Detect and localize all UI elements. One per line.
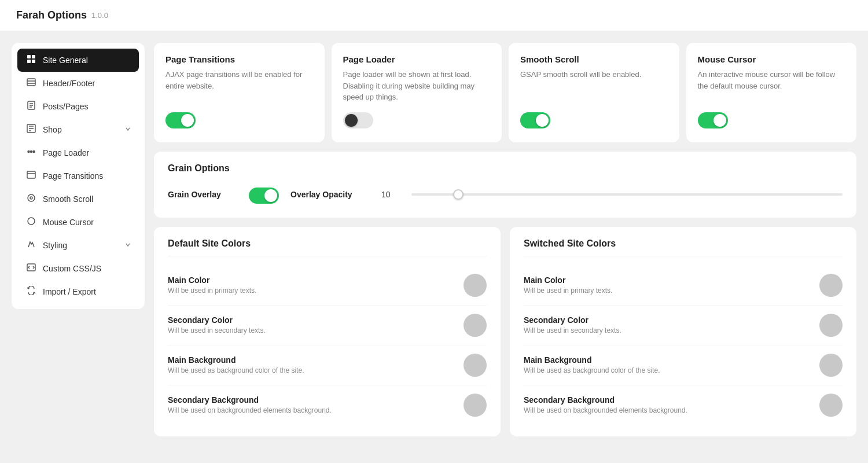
color-swatch[interactable]	[464, 274, 487, 297]
toggle-thumb-page-loader	[345, 114, 358, 127]
sidebar-label-header-footer: Header/Footer	[43, 79, 95, 88]
overlay-opacity-label: Overlay Opacity	[290, 190, 352, 199]
svg-rect-3	[32, 60, 35, 63]
sidebar-item-posts-pages[interactable]: Posts/Pages	[17, 95, 139, 118]
grain-overlay-toggle-control[interactable]	[249, 188, 279, 204]
sidebar-label-page-transitions: Page Transitions	[43, 171, 103, 181]
color-row: Main ColorWill be used in primary texts.	[168, 266, 487, 306]
svg-rect-4	[27, 79, 35, 86]
card-smooth-scroll: Smooth ScrollGSAP smooth scroll will be …	[509, 43, 679, 142]
sidebar-icon-site-general	[25, 54, 37, 66]
color-swatch[interactable]	[464, 354, 487, 377]
sidebar-icon-import-export	[25, 286, 37, 297]
card-mouse-cursor: Mouse CursorAn interactive mouse cursor …	[686, 43, 857, 142]
grain-section-title: Grain Options	[168, 163, 843, 174]
opacity-slider[interactable]	[411, 193, 843, 196]
toggle-control-mouse-cursor[interactable]	[698, 112, 728, 128]
color-desc: Will be used in secondary texts.	[168, 326, 266, 335]
overlay-opacity-value: 10	[373, 190, 391, 199]
svg-point-17	[28, 151, 30, 153]
sidebar-icon-mouse-cursor	[25, 216, 37, 228]
grain-overlay-toggle[interactable]	[249, 188, 279, 206]
sidebar-item-page-transitions[interactable]: Page Transitions	[17, 164, 139, 188]
color-name: Secondary Color	[524, 315, 621, 325]
top-cards: Page TransitionsAJAX page transitions wi…	[154, 43, 856, 142]
default-colors-section: Default Site Colors Main ColorWill be us…	[154, 227, 501, 436]
sidebar-label-shop: Shop	[43, 125, 62, 134]
color-info: Secondary ColorWill be used in secondary…	[168, 315, 266, 335]
colors-row: Default Site Colors Main ColorWill be us…	[154, 227, 856, 436]
sidebar-item-import-export[interactable]: Import / Export	[17, 280, 139, 303]
svg-rect-0	[27, 55, 31, 58]
toggle-control-page-transitions[interactable]	[165, 112, 196, 128]
sidebar-item-custom-css-js[interactable]: Custom CSS/JS	[17, 257, 139, 280]
color-info: Main ColorWill be used in primary texts.	[524, 275, 612, 295]
color-desc: Will be used in primary texts.	[168, 286, 256, 295]
card-title-smooth-scroll: Smooth Scroll	[520, 54, 668, 64]
toggle-thumb-smooth-scroll	[536, 114, 549, 127]
chevron-down-icon	[125, 126, 131, 134]
sidebar-item-mouse-cursor[interactable]: Mouse Cursor	[17, 211, 139, 234]
app-header: Farah Options 1.0.0	[0, 0, 868, 31]
sidebar-label-mouse-cursor: Mouse Cursor	[43, 218, 94, 227]
color-desc: Will be used on backgrounded elements ba…	[524, 406, 687, 414]
sidebar-item-smooth-scroll[interactable]: Smooth Scroll	[17, 188, 139, 211]
color-name: Secondary Background	[524, 395, 687, 405]
color-desc: Will be used in secondary texts.	[524, 326, 621, 335]
svg-point-21	[30, 197, 32, 199]
color-info: Secondary ColorWill be used in secondary…	[524, 315, 621, 335]
app-version: 1.0.0	[91, 11, 108, 20]
sidebar-icon-smooth-scroll	[25, 193, 37, 205]
color-swatch[interactable]	[819, 274, 843, 297]
card-toggle-page-transitions[interactable]	[165, 112, 313, 131]
grain-options-section: Grain Options Grain Overlay Overlay Opac…	[154, 152, 856, 218]
switched-colors-list: Main ColorWill be used in primary texts.…	[524, 266, 843, 425]
sidebar-item-shop[interactable]: Shop	[17, 118, 139, 141]
card-desc-page-transitions: AJAX page transitions will be enabled fo…	[165, 69, 313, 103]
card-title-mouse-cursor: Mouse Cursor	[698, 54, 845, 64]
card-toggle-mouse-cursor[interactable]	[698, 112, 845, 131]
card-desc-page-loader: Page loader will be shown at first load.…	[343, 69, 491, 103]
toggle-control-page-loader[interactable]	[343, 112, 373, 128]
color-swatch[interactable]	[819, 354, 843, 377]
color-swatch[interactable]	[464, 394, 487, 417]
sidebar-icon-custom-css-js	[25, 263, 37, 274]
switched-colors-title: Switched Site Colors	[524, 238, 843, 256]
switched-colors-section: Switched Site Colors Main ColorWill be u…	[510, 227, 856, 436]
card-title-page-transitions: Page Transitions	[165, 54, 313, 64]
card-title-page-loader: Page Loader	[343, 54, 491, 64]
color-info: Main BackgroundWill be used as backgroun…	[524, 355, 660, 374]
toggle-control-smooth-scroll[interactable]	[520, 112, 550, 128]
color-swatch[interactable]	[819, 394, 843, 417]
color-name: Secondary Color	[168, 315, 266, 325]
svg-rect-18	[27, 171, 35, 178]
app-title: Farah Options	[16, 9, 87, 21]
sidebar-item-header-footer[interactable]: Header/Footer	[17, 72, 139, 95]
main-layout: Site GeneralHeader/FooterPosts/PagesShop…	[0, 31, 868, 457]
color-row: Main BackgroundWill be used as backgroun…	[524, 346, 843, 385]
sidebar-icon-posts-pages	[25, 101, 37, 112]
card-toggle-smooth-scroll[interactable]	[520, 112, 668, 131]
sidebar-item-site-general[interactable]: Site General	[17, 49, 139, 72]
sidebar-icon-shop	[25, 124, 37, 135]
sidebar-label-import-export: Import / Export	[43, 287, 96, 296]
color-row: Main BackgroundWill be used as backgroun…	[168, 346, 487, 385]
sidebar-item-page-loader[interactable]: Page Loader	[17, 141, 139, 164]
color-swatch[interactable]	[464, 314, 487, 337]
svg-rect-2	[27, 60, 31, 63]
color-name: Main Color	[524, 275, 612, 285]
color-info: Main BackgroundWill be used as backgroun…	[168, 355, 304, 374]
color-info: Secondary BackgroundWill be used on back…	[524, 395, 687, 414]
sidebar-icon-header-footer	[25, 78, 37, 89]
color-swatch[interactable]	[819, 314, 843, 337]
sidebar-label-posts-pages: Posts/Pages	[43, 102, 89, 111]
color-row: Secondary BackgroundWill be used on back…	[524, 385, 843, 425]
grain-toggle-thumb	[264, 189, 277, 202]
sidebar-item-styling[interactable]: Styling	[17, 234, 139, 257]
color-info: Main ColorWill be used in primary texts.	[168, 275, 256, 295]
svg-rect-1	[32, 55, 35, 58]
card-toggle-page-loader[interactable]	[343, 112, 491, 131]
svg-point-20	[28, 194, 35, 201]
card-desc-mouse-cursor: An interactive mouse cursor will be foll…	[698, 69, 845, 103]
color-row: Main ColorWill be used in primary texts.	[524, 266, 843, 306]
